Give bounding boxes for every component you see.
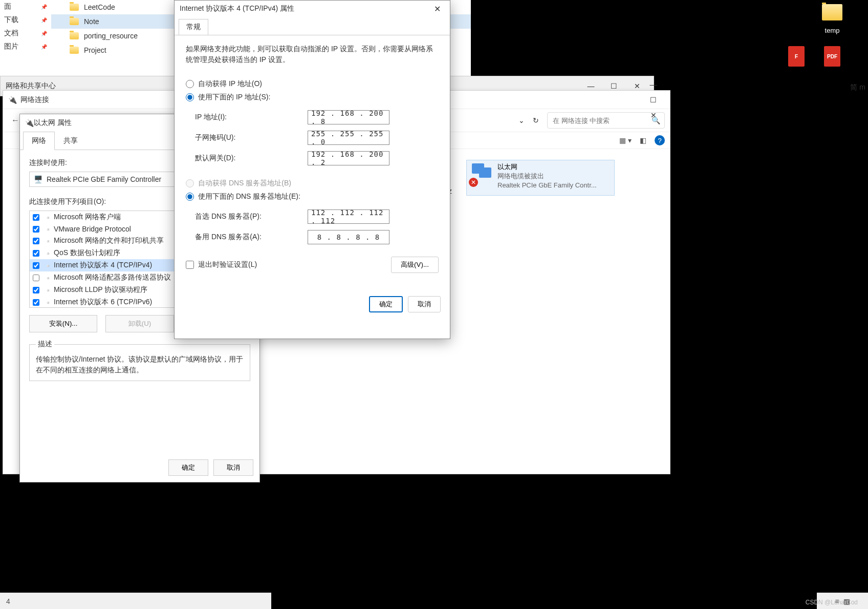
watermark: CSDN @LunarCod	[806, 599, 858, 606]
protocol-icon: ▫️	[44, 237, 51, 244]
protocol-checkbox[interactable]	[33, 262, 39, 269]
description-label: 描述	[36, 340, 54, 349]
dns2-label: 备用 DNS 服务器(A):	[195, 233, 308, 242]
search-icon: 🔍	[652, 116, 660, 124]
protocol-icon: ▫️	[44, 214, 51, 221]
protocol-label: Microsoft 网络客户端	[54, 213, 121, 222]
protocol-label: VMware Bridge Protocol	[54, 225, 131, 233]
protocol-label: Microsoft 网络的文件和打印机共享	[54, 236, 164, 245]
window-title: 网络和共享中心	[6, 81, 56, 91]
search-box[interactable]: 🔍	[547, 112, 665, 129]
protocol-label: QoS 数据包计划程序	[54, 248, 120, 258]
protocol-checkbox[interactable]	[33, 275, 39, 281]
nic-icon: 🖥️	[34, 175, 42, 183]
protocol-label: Microsoft 网络适配器多路传送器协议	[54, 273, 171, 282]
tab-general[interactable]: 常规	[179, 19, 208, 35]
ethernet-icon: 🔌	[25, 119, 34, 127]
network-adapter-icon: ✕	[469, 162, 493, 187]
advanced-button[interactable]: 高级(V)...	[391, 257, 439, 273]
protocol-checkbox[interactable]	[33, 226, 39, 233]
folder-icon	[822, 4, 842, 20]
protocol-label: Internet 协议版本 6 (TCP/IPv6)	[54, 298, 152, 307]
ip-address-label: IP 地址(I):	[195, 113, 308, 122]
dialog-title: Internet 协议版本 4 (TCP/IPv4) 属性	[180, 4, 294, 13]
explorer-sidebar: 面📌 下载📌 文档📌 图片📌	[0, 0, 51, 53]
desktop: temp F PDF 简 m	[597, 0, 868, 77]
protocol-checkbox[interactable]	[33, 287, 39, 293]
gateway-input[interactable]: 192 . 168 . 200 . 2	[308, 151, 389, 165]
minimize-button[interactable]: —	[642, 77, 665, 92]
auto-dns-radio: 自动获得 DNS 服务器地址(B)	[186, 177, 439, 190]
description-text: 传输控制协议/Internet 协议。该协议是默认的广域网络协议，用于在不同的相…	[36, 354, 244, 375]
protocol-icon: ▫️	[44, 249, 51, 257]
sidebar-item[interactable]: 图片📌	[0, 40, 51, 53]
folder-icon	[70, 47, 79, 54]
help-button[interactable]: ?	[655, 135, 665, 145]
protocol-icon: ▫️	[44, 225, 51, 233]
validate-checkbox[interactable]	[186, 261, 194, 269]
use-ip-radio[interactable]: 使用下面的 IP 地址(S):	[186, 91, 439, 104]
dns1-label: 首选 DNS 服务器(P):	[195, 212, 308, 221]
subnet-mask-input[interactable]: 255 . 255 . 255 . 0	[308, 131, 389, 145]
cancel-button[interactable]: 取消	[213, 459, 253, 476]
auto-ip-radio[interactable]: 自动获得 IP 地址(O)	[186, 77, 439, 91]
protocol-label: Microsoft LLDP 协议驱动程序	[54, 285, 147, 295]
ethernet-adapter[interactable]: ✕ 以太网 网络电缆被拔出 Realtek PCIe GbE Family Co…	[466, 160, 615, 196]
protocol-checkbox[interactable]	[33, 238, 39, 244]
preview-pane-button[interactable]: ◧	[640, 136, 646, 144]
maximize-button[interactable]: ☐	[642, 92, 665, 108]
use-dns-radio[interactable]: 使用下面的 DNS 服务器地址(E):	[186, 190, 439, 203]
protocol-icon: ▫️	[44, 262, 51, 269]
desktop-text: 简 m	[850, 83, 865, 92]
pdf-icon: F	[788, 46, 805, 67]
protocol-label: Internet 协议版本 4 (TCP/IPv4)	[54, 261, 152, 270]
subnet-mask-label: 子网掩码(U):	[195, 133, 308, 142]
protocol-icon: ▫️	[44, 286, 51, 293]
ok-button[interactable]: 确定	[168, 459, 208, 476]
folder-icon	[70, 4, 79, 11]
uninstall-button: 卸载(U)	[105, 315, 173, 332]
sidebar-item[interactable]: 面📌	[0, 0, 51, 13]
view-options-button[interactable]: ▦ ▾	[619, 136, 632, 144]
refresh-button[interactable]: ↻	[533, 116, 539, 124]
search-input[interactable]	[553, 113, 650, 128]
desktop-pdf-icon[interactable]: F	[776, 46, 817, 67]
tab-sharing[interactable]: 共享	[55, 132, 86, 150]
dns2-input[interactable]: 8 . 8 . 8 . 8	[308, 230, 389, 244]
ok-button[interactable]: 确定	[369, 296, 403, 312]
desktop-pdf-icon[interactable]: PDF	[812, 46, 853, 67]
dns1-input[interactable]: 112 . 112 . 112 . 112	[308, 209, 389, 224]
protocol-icon: ▫️	[44, 299, 51, 306]
statusbar: 4	[0, 593, 271, 609]
description-text: 如果网络支持此功能，则可以获取自动指派的 IP 设置。否则，你需要从网络系统管理…	[186, 44, 439, 65]
network-icon: 🔌	[8, 96, 16, 104]
cancel-button[interactable]: 取消	[408, 296, 441, 312]
install-button[interactable]: 安装(N)...	[29, 315, 97, 332]
folder-icon	[70, 18, 79, 25]
item-count: 4	[6, 597, 10, 605]
protocol-checkbox[interactable]	[33, 214, 39, 221]
folder-icon	[70, 32, 79, 39]
tab-network[interactable]: 网络	[23, 132, 55, 150]
sidebar-item[interactable]: 下载📌	[0, 13, 51, 27]
dialog-title: 以太网 属性	[34, 118, 72, 128]
close-button[interactable]: ✕	[430, 2, 445, 16]
protocol-checkbox[interactable]	[33, 299, 39, 306]
chevron-down-icon[interactable]: ⌄	[518, 116, 525, 124]
pdf-icon: PDF	[824, 46, 840, 67]
sidebar-item[interactable]: 文档📌	[0, 27, 51, 40]
window-title: 网络连接	[20, 95, 49, 104]
ip-address-input[interactable]: 192 . 168 . 200 . 8	[308, 110, 389, 124]
protocol-checkbox[interactable]	[33, 250, 39, 257]
ipv4-properties-dialog: Internet 协议版本 4 (TCP/IPv4) 属性 ✕ 常规 如果网络支…	[174, 0, 450, 339]
protocol-icon: ▫️	[44, 274, 51, 281]
desktop-folder-temp[interactable]: temp	[812, 0, 853, 34]
gateway-label: 默认网关(D):	[195, 154, 308, 163]
